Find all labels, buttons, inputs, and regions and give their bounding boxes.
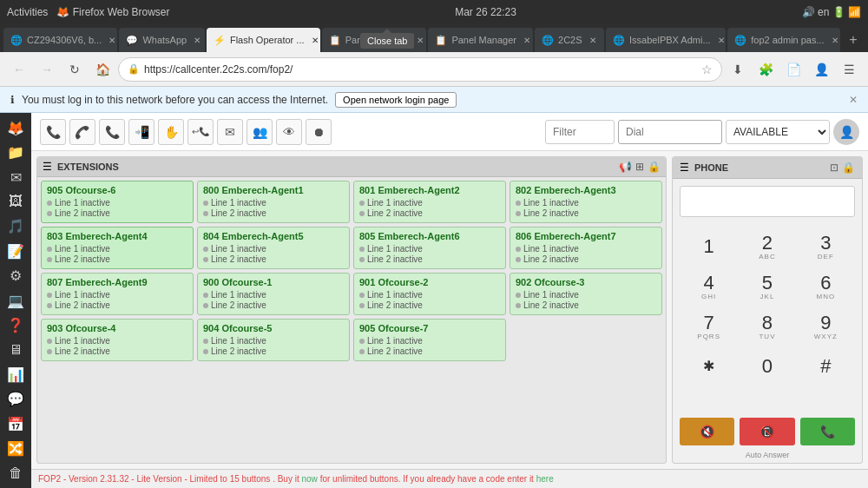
grid-view-icon[interactable]: ⊞ (635, 161, 644, 173)
dialpad-key-6[interactable]: 6 MNO (802, 267, 849, 306)
tab-close-flash[interactable]: ✕ (309, 34, 320, 46)
os-icon-photos[interactable]: 🖼 (2, 190, 30, 213)
os-icon-help[interactable]: ❓ (2, 313, 30, 336)
os-icon-music[interactable]: 🎵 (2, 215, 30, 238)
record-icon[interactable]: ⏺ (306, 119, 332, 145)
reload-button[interactable]: ↻ (62, 57, 87, 82)
hamburger-icon[interactable]: ☰ (43, 161, 52, 173)
mute-button[interactable]: 🔇 (680, 418, 734, 445)
phone-unhold-icon[interactable]: ↩📞 (187, 119, 214, 145)
address-bar[interactable]: 🔒 https://callcenter.2c2s.com/fop2/ ☆ (118, 57, 722, 82)
ext-card-806[interactable]: 806 Emberech-Agent7 Line 1 inactive Line… (510, 227, 662, 269)
tab-whatsapp[interactable]: 💬 WhatsApp ✕ (119, 28, 204, 52)
tab-panel-manager2[interactable]: 📋 Panel Manager ✕ (428, 28, 533, 52)
dialpad-key-7[interactable]: 7 PQRS (686, 307, 733, 346)
phone-lock-icon[interactable]: 🔒 (842, 162, 855, 174)
ext-card-line1: Line 1 inactive (516, 244, 656, 254)
phone-icon[interactable]: 📞 (40, 119, 66, 145)
activities-label[interactable]: Activities (7, 6, 48, 18)
ext-card-905ofcourse7[interactable]: 905 Ofcourse-7 Line 1 inactive Line 2 in… (353, 319, 506, 361)
notif-close-button[interactable]: ✕ (849, 94, 858, 106)
phone-transfer-icon[interactable]: 📲 (128, 119, 155, 145)
user-avatar[interactable]: 👤 (833, 119, 859, 145)
code-link[interactable]: here (536, 474, 554, 484)
os-icon-settings[interactable]: ⚙ (2, 264, 30, 287)
dialpad-key-4[interactable]: 4 GHI (686, 267, 733, 306)
os-icon-trash[interactable]: 🗑 (2, 462, 30, 485)
os-icon-calc[interactable]: 📊 (2, 363, 30, 386)
os-icon-firefox[interactable]: 🦊 (2, 116, 30, 139)
extensions-icon[interactable]: 🧩 (753, 57, 778, 82)
forward-button[interactable]: → (35, 57, 59, 82)
downloads-icon[interactable]: ⬇ (726, 57, 750, 82)
os-icon-email[interactable]: ✉ (2, 166, 30, 188)
ext-card-801[interactable]: 801 Emberech-Agent2 Line 1 inactive Line… (353, 181, 506, 223)
filter-input[interactable] (545, 120, 615, 144)
broadcast-icon[interactable]: 📢 (619, 161, 632, 173)
os-icon-software[interactable]: 💻 (2, 289, 30, 312)
dialpad-key-hash[interactable]: # (802, 347, 849, 386)
tab-cz294306[interactable]: 🌐 CZ294306V6, b... ✕ (3, 28, 117, 52)
dialpad-key-star[interactable]: ✱ (686, 347, 733, 386)
os-icon-terminal[interactable]: 🖥 (2, 339, 30, 361)
dialpad-key-8[interactable]: 8 TUV (744, 307, 791, 346)
tab-2c2s[interactable]: 🌐 2C2S ✕ (535, 28, 604, 52)
tab-close-2c2s[interactable]: ✕ (587, 34, 599, 46)
answer-button[interactable]: 📞 (800, 418, 855, 445)
ext-card-905ofcourse6[interactable]: 905 Ofcourse-6 Line 1 inactive Line 2 in… (41, 181, 194, 223)
ext-card-804[interactable]: 804 Emberech-Agent5 Line 1 inactive Line… (197, 227, 350, 269)
phone-hamburger-icon[interactable]: ☰ (680, 162, 689, 174)
dialpad-key-1[interactable]: 1 (686, 228, 733, 266)
voicemail-icon[interactable]: ✉ (217, 119, 243, 145)
conference-icon[interactable]: 👥 (247, 119, 273, 145)
home-button[interactable]: 🏠 (90, 57, 115, 82)
ext-card-901[interactable]: 901 Ofcourse-2 Line 1 inactive Line 2 in… (353, 273, 506, 315)
dialpad-key-3[interactable]: 3 DEF (802, 228, 849, 266)
os-icon-git[interactable]: 🔀 (2, 437, 30, 459)
reader-view-icon[interactable]: 📄 (781, 57, 806, 82)
reject-button[interactable]: 📵 (740, 418, 794, 445)
tab-close-pm1[interactable]: ✕ (414, 34, 426, 46)
tab-close-issabel[interactable]: ✕ (715, 34, 727, 46)
dialpad-key-9[interactable]: 9 WXYZ (802, 307, 849, 346)
os-icon-calendar[interactable]: 📅 (2, 412, 30, 435)
spy-icon[interactable]: 👁 (276, 119, 302, 145)
ext-card-802[interactable]: 802 Emberech-Agent3 Line 1 inactive Line… (510, 181, 662, 223)
open-network-login-button[interactable]: Open network login page (335, 92, 457, 108)
tab-fop2admin[interactable]: 🌐 fop2 admin pas... ✕ (727, 28, 840, 52)
os-icon-chat[interactable]: 💬 (2, 387, 30, 410)
bookmark-icon[interactable]: ☆ (701, 63, 713, 76)
back-button[interactable]: ← (7, 57, 31, 82)
ext-card-800embereche1[interactable]: 800 Emberech-Agent1 Line 1 inactive Line… (197, 181, 350, 223)
available-select[interactable]: AVAILABLE (726, 120, 830, 144)
phone-forward-icon[interactable]: 📞 (99, 119, 125, 145)
ext-card-807[interactable]: 807 Emberech-Agent9 Line 1 inactive Line… (41, 273, 194, 315)
dial-input[interactable] (618, 120, 722, 144)
ext-card-902[interactable]: 902 Ofcourse-3 Line 1 inactive Line 2 in… (510, 273, 662, 315)
phone-expand-icon[interactable]: ⊡ (830, 162, 838, 174)
ext-card-903[interactable]: 903 Ofcourse-4 Line 1 inactive Line 2 in… (41, 319, 194, 361)
tab-issabelpbx[interactable]: 🌐 IssabelPBX Admi... ✕ (606, 28, 726, 52)
new-tab-button[interactable]: + (842, 28, 865, 52)
ext-card-900[interactable]: 900 Ofcourse-1 Line 1 inactive Line 2 in… (197, 273, 350, 315)
ext-card-904[interactable]: 904 Ofcourse-5 Line 1 inactive Line 2 in… (197, 319, 350, 361)
phone-hold-icon[interactable]: ✋ (158, 119, 184, 145)
phone-missed-icon[interactable]: 📞 (69, 119, 95, 145)
tab-close-pm2[interactable]: ✕ (521, 34, 533, 46)
os-icon-libreoffice[interactable]: 📝 (2, 240, 30, 262)
ext-card-805[interactable]: 805 Emberech-Agent6 Line 1 inactive Line… (353, 227, 506, 269)
menu-button[interactable]: ☰ (837, 57, 861, 82)
os-icon-files[interactable]: 📁 (2, 141, 30, 163)
dialpad-key-5[interactable]: 5 JKL (744, 267, 791, 306)
dialpad-key-0[interactable]: 0 (744, 347, 791, 386)
tab-close-fop2[interactable]: ✕ (829, 34, 840, 46)
tab-close-cz[interactable]: ✕ (106, 34, 117, 46)
line2-dot (47, 257, 52, 262)
tab-close-whatsapp[interactable]: ✕ (191, 34, 203, 46)
ext-card-803[interactable]: 803 Emberech-Agent4 Line 1 inactive Line… (41, 227, 194, 269)
buy-link[interactable]: now (302, 474, 318, 484)
sync-icon[interactable]: 👤 (809, 57, 833, 82)
lock-icon[interactable]: 🔒 (648, 161, 661, 173)
dialpad-key-2[interactable]: 2 ABC (744, 228, 791, 266)
tab-flash-operator[interactable]: ⚡ Flash Operator ... ✕ (207, 28, 320, 52)
